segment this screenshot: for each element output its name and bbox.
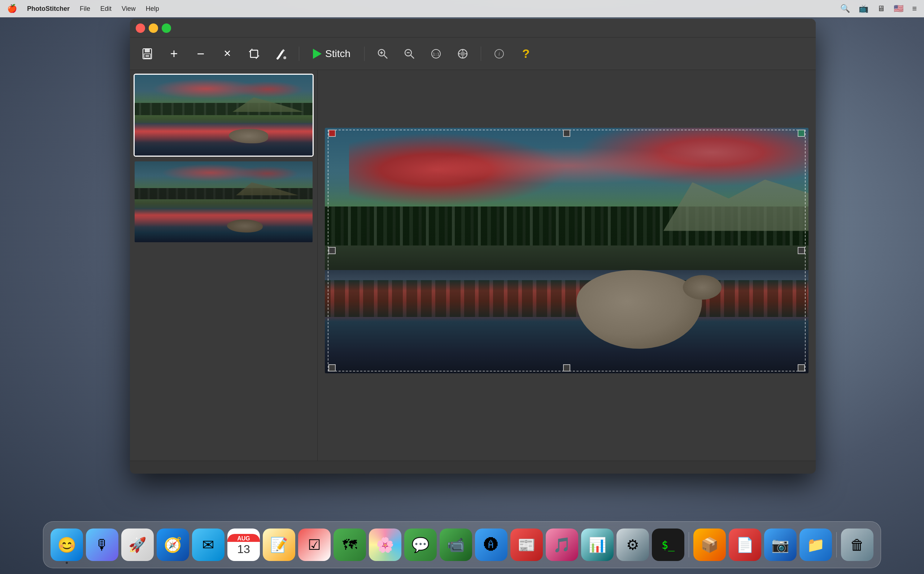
- svg-text:i: i: [499, 51, 500, 57]
- dock-music[interactable]: 🎵: [546, 528, 578, 561]
- menubar-list-icon[interactable]: ≡: [912, 4, 917, 13]
- stitch-label: Stitch: [325, 48, 351, 60]
- photo-thumbnail-2[interactable]: [134, 160, 314, 243]
- zoom-fit-button[interactable]: [453, 44, 473, 64]
- dock-trash[interactable]: 🗑: [841, 528, 874, 561]
- dock-reminders[interactable]: ☑: [298, 528, 331, 561]
- svg-rect-4: [250, 50, 258, 57]
- finder-active-dot: [66, 562, 68, 564]
- photo-panel: [130, 70, 318, 460]
- dock-finder[interactable]: 😊: [50, 528, 83, 561]
- fill-button[interactable]: [271, 44, 291, 64]
- finder-icon: 😊: [57, 536, 76, 554]
- menubar-screen-icon[interactable]: 🖥: [877, 4, 885, 13]
- calendar-day: 13: [237, 542, 250, 556]
- dock-files[interactable]: 📁: [800, 528, 832, 561]
- dock-siri[interactable]: 🎙: [86, 528, 118, 561]
- messages-icon: 💬: [411, 536, 430, 554]
- help-button[interactable]: ?: [516, 44, 536, 64]
- app-window: + − ✕: [130, 19, 816, 474]
- menubar-edit[interactable]: Edit: [100, 5, 112, 13]
- calendar-month: AUG: [227, 534, 260, 542]
- menubar-airplay-icon[interactable]: 📺: [859, 4, 869, 13]
- files-icon: 📁: [807, 536, 825, 554]
- dock-stacks[interactable]: 📦: [693, 528, 726, 561]
- toolbar: + − ✕: [130, 38, 816, 70]
- dock-mail[interactable]: ✉: [192, 528, 225, 561]
- dock-messages[interactable]: 💬: [404, 528, 437, 561]
- traffic-lights: [136, 24, 171, 33]
- menubar-search-icon[interactable]: 🔍: [840, 4, 850, 13]
- zoom-out-button[interactable]: [399, 44, 419, 64]
- dock-facetime[interactable]: 📹: [440, 528, 472, 561]
- remove-photo-button[interactable]: −: [190, 44, 211, 64]
- notes-icon: 📝: [270, 536, 288, 554]
- launchpad-icon: 🚀: [129, 536, 146, 554]
- stacks-icon: 📦: [700, 536, 719, 554]
- stitch-button[interactable]: Stitch: [307, 44, 356, 63]
- svg-point-20: [461, 52, 464, 55]
- dock-terminal[interactable]: $_: [652, 528, 684, 561]
- dock: 😊 🎙 🚀 🧭 ✉ AUG 13 📝 ☑ 🗺 🌸 💬 📹 🅐 📰 🎵: [43, 521, 881, 568]
- main-content: [130, 70, 816, 460]
- dock-calendar[interactable]: AUG 13: [227, 528, 260, 561]
- music-icon: 🎵: [553, 536, 571, 554]
- zoom-1to1-button[interactable]: 1:1: [426, 44, 446, 64]
- add-photo-button[interactable]: +: [164, 44, 184, 64]
- stitch-play-icon: [313, 49, 321, 59]
- creativity-icon: 📊: [588, 536, 606, 554]
- dock-safari[interactable]: 🧭: [157, 528, 189, 561]
- toolbar-divider-3: [481, 47, 481, 61]
- maximize-window-button[interactable]: [162, 24, 171, 33]
- menubar-view[interactable]: View: [122, 5, 136, 13]
- svg-rect-3: [145, 55, 149, 57]
- dock-news[interactable]: 📰: [510, 528, 543, 561]
- photos-icon: 🌸: [376, 536, 394, 554]
- safari-icon: 🧭: [164, 536, 182, 554]
- sysprefs-icon: ⚙: [626, 536, 639, 553]
- info-button[interactable]: i: [489, 44, 509, 64]
- crop-button[interactable]: [244, 44, 264, 64]
- menubar-flag-icon[interactable]: 🇺🇸: [894, 4, 904, 13]
- toolbar-divider-1: [299, 47, 299, 61]
- menubar-right-icons: 🔍 📺 🖥 🇺🇸 ≡: [840, 4, 917, 13]
- facetime-icon: 📹: [447, 536, 465, 554]
- appstore-icon: 🅐: [484, 537, 499, 553]
- dock-acrobat[interactable]: 📄: [729, 528, 761, 561]
- statusbar: [130, 460, 816, 474]
- menubar: 🍎 PhotoStitcher File Edit View Help 🔍 📺 …: [0, 0, 924, 17]
- mail-icon: ✉: [202, 536, 214, 553]
- apple-menu[interactable]: 🍎: [7, 4, 17, 13]
- clear-button[interactable]: ✕: [217, 44, 238, 64]
- dock-maps[interactable]: 🗺: [334, 528, 366, 561]
- dock-creativity[interactable]: 📊: [581, 528, 614, 561]
- svg-rect-1: [145, 49, 150, 52]
- dock-launchpad[interactable]: 🚀: [121, 528, 154, 561]
- thumb-image-2: [135, 161, 313, 242]
- reminders-icon: ☑: [308, 536, 321, 553]
- menubar-file[interactable]: File: [80, 5, 90, 13]
- save-button[interactable]: [137, 44, 157, 64]
- menubar-help[interactable]: Help: [146, 5, 159, 13]
- menubar-app-name[interactable]: PhotoStitcher: [27, 5, 70, 13]
- terminal-icon: $_: [661, 539, 675, 551]
- svg-point-9: [283, 56, 286, 59]
- news-icon: 📰: [518, 536, 536, 554]
- dock-photos[interactable]: 🌸: [369, 528, 401, 561]
- dock-sysprefs[interactable]: ⚙: [617, 528, 649, 561]
- iphoto-icon: 📷: [771, 536, 789, 554]
- thumb-image-1: [135, 75, 313, 156]
- dock-notes[interactable]: 📝: [263, 528, 295, 561]
- acrobat-icon: 📄: [736, 536, 754, 554]
- svg-text:1:1: 1:1: [433, 52, 439, 56]
- dock-appstore[interactable]: 🅐: [475, 528, 507, 561]
- dock-iphoto[interactable]: 📷: [764, 528, 796, 561]
- photo-thumbnail-1[interactable]: [134, 74, 314, 157]
- minimize-window-button[interactable]: [149, 24, 158, 33]
- siri-icon: 🎙: [95, 537, 109, 553]
- help-icon: ?: [522, 47, 530, 61]
- zoom-in-button[interactable]: [373, 44, 393, 64]
- trash-icon: 🗑: [850, 537, 864, 553]
- close-window-button[interactable]: [136, 24, 145, 33]
- dock-separator: [689, 532, 689, 557]
